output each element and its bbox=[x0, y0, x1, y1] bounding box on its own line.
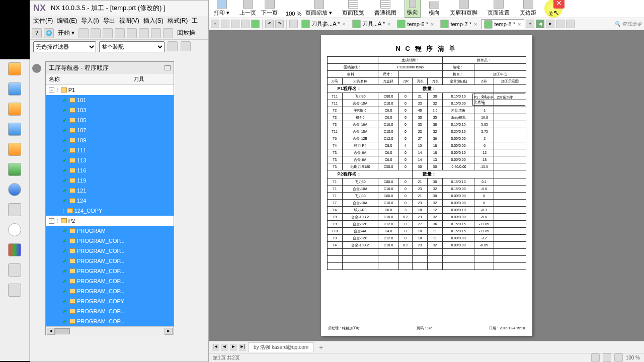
tab-close-icon[interactable]: × bbox=[473, 21, 478, 27]
close-preview-button[interactable]: ✕ ↖ 关 bbox=[544, 0, 562, 18]
doc-tab-4[interactable]: temp-7 *× bbox=[438, 19, 480, 29]
start-dropdown[interactable]: 开始 ▾ bbox=[56, 28, 76, 38]
playback-button[interactable]: 回放操 bbox=[175, 28, 197, 38]
nav-icon-history[interactable] bbox=[8, 223, 21, 236]
tree-row[interactable]: +✓PROGRAM_COP... bbox=[46, 256, 174, 266]
tb-icon-6[interactable] bbox=[127, 28, 137, 38]
qt-icon-3[interactable] bbox=[231, 20, 239, 28]
nav-icon-3[interactable] bbox=[8, 103, 21, 116]
prev-page-button[interactable]: 上一页 bbox=[237, 0, 258, 18]
header-footer-button[interactable]: 页眉和页脚 bbox=[448, 0, 479, 18]
margin-button[interactable]: 页边距 bbox=[518, 0, 538, 18]
tab-nav-right-icon[interactable]: ► bbox=[546, 20, 554, 28]
view-mode-icon-2[interactable] bbox=[603, 353, 611, 362]
gear-icon[interactable] bbox=[32, 64, 41, 73]
command-search[interactable]: 🔍 查找命令 bbox=[614, 21, 642, 28]
tree-row[interactable]: +✓PROGRAM_COP... bbox=[46, 316, 174, 326]
tree-row[interactable]: +✓PROGRAM bbox=[46, 226, 174, 236]
qt-icon-8[interactable] bbox=[289, 20, 298, 28]
filter-icon-1[interactable] bbox=[168, 41, 178, 51]
sheet-last-icon[interactable]: ►| bbox=[239, 344, 246, 351]
sheet-next-icon[interactable]: ► bbox=[230, 344, 237, 351]
tree-row[interactable]: +✓103 bbox=[46, 105, 174, 115]
menu-export[interactable]: 导出 bbox=[102, 16, 116, 27]
scroll-right-icon[interactable]: ► bbox=[165, 328, 173, 335]
page-preview-button[interactable]: 页面预览 bbox=[340, 0, 366, 18]
navigator-hscroll[interactable]: ◄ ► bbox=[46, 326, 174, 335]
doc-tab-1[interactable]: 刀具参...A *× bbox=[299, 19, 349, 29]
view-mode-icon-1[interactable] bbox=[591, 353, 600, 362]
nx-menubar[interactable]: 文件(F) 编辑(E) 导入(I) 导出 视图(V) 插入(S) 格式(R) 工 bbox=[30, 16, 208, 27]
tb-icon-8[interactable] bbox=[151, 28, 161, 38]
qt-icon-5[interactable] bbox=[251, 20, 260, 28]
qt-icon-12[interactable] bbox=[556, 20, 565, 28]
tree-row[interactable]: +✓107 bbox=[46, 125, 174, 135]
tree-row[interactable]: +✓121 bbox=[46, 186, 174, 196]
tree-row[interactable]: −!P1 bbox=[46, 85, 174, 95]
new-tab-icon[interactable]: + bbox=[526, 20, 534, 28]
globe-icon[interactable]: 🌐 bbox=[44, 28, 54, 38]
tree-row[interactable]: +✓PROGRAM_COP... bbox=[46, 246, 174, 256]
tree-row[interactable]: +!124_COPY bbox=[46, 206, 174, 216]
tree-row[interactable]: +✓PROGRAM_COP... bbox=[46, 306, 174, 316]
nav-icon-info[interactable] bbox=[8, 183, 21, 196]
nav-icon-1[interactable] bbox=[8, 62, 21, 75]
scroll-thumb[interactable] bbox=[55, 328, 70, 334]
tree-row[interactable]: +✓116 bbox=[46, 165, 174, 175]
tree-row[interactable]: +✓119 bbox=[46, 175, 174, 186]
menu-insert[interactable]: 插入(S) bbox=[142, 16, 165, 27]
tb-icon-9[interactable] bbox=[163, 28, 173, 38]
help-icon[interactable]: ? bbox=[32, 28, 42, 38]
tree-row[interactable]: +✓PROGRAM_COP... bbox=[46, 286, 174, 296]
menu-view[interactable]: 视图(V) bbox=[118, 16, 140, 27]
tree-row[interactable]: −!P2 bbox=[46, 216, 174, 226]
tab-nav-left-icon[interactable]: ◄ bbox=[536, 20, 544, 28]
qt-home-icon[interactable]: ⌂ bbox=[211, 20, 219, 28]
open-icon[interactable] bbox=[91, 28, 101, 38]
sheet-prev-icon[interactable]: ◄ bbox=[221, 344, 228, 351]
tb-icon-7[interactable] bbox=[139, 28, 149, 38]
close-icon[interactable]: ✕ bbox=[553, 0, 565, 9]
tree-row[interactable]: +✓101 bbox=[46, 95, 174, 105]
page-zoom-button[interactable]: 页面缩放 ▾ bbox=[303, 0, 334, 18]
tree-row[interactable]: +✓PROGRAM_COP... bbox=[46, 276, 174, 286]
menu-import[interactable]: 导入(I) bbox=[80, 16, 100, 27]
nav-icon-6[interactable] bbox=[8, 163, 21, 176]
selection-filter[interactable]: 无选择过滤器 bbox=[33, 41, 96, 52]
next-page-button[interactable]: 下一页 bbox=[259, 0, 280, 18]
doc-tab-5[interactable]: temp-8 *× bbox=[481, 19, 524, 29]
zoom-value[interactable]: 100 % bbox=[286, 11, 301, 18]
tree-row[interactable]: +✓124 bbox=[46, 196, 174, 206]
tree-row[interactable]: +✓PROGRAM_COPY bbox=[46, 296, 174, 306]
landscape-button[interactable]: 横向 bbox=[427, 1, 442, 18]
tree-row[interactable]: +✓109 bbox=[46, 135, 174, 145]
qt-icon-4[interactable] bbox=[241, 20, 250, 28]
nav-icon-8[interactable] bbox=[8, 203, 21, 216]
tree-row[interactable]: +✓105 bbox=[46, 115, 174, 125]
doc-tab-2[interactable]: 刀具...A *× bbox=[350, 19, 394, 29]
tree-row[interactable]: +✓PROGRAM_COP... bbox=[46, 236, 174, 246]
doc-tab-3[interactable]: temp-6 *× bbox=[395, 19, 437, 29]
menu-edit[interactable]: 编辑(E) bbox=[56, 16, 78, 27]
nav-icon-2[interactable] bbox=[8, 82, 21, 96]
nav-icon-5[interactable] bbox=[8, 143, 21, 156]
maximize-icon[interactable] bbox=[165, 65, 171, 70]
qt-print-icon[interactable] bbox=[221, 20, 229, 28]
print-preview-canvas[interactable]: N C 程 序 清 单 生成时间：操作员：图档路径：F:\2016\06\ te… bbox=[209, 30, 644, 341]
normal-view-button[interactable]: 普通视图 bbox=[372, 0, 398, 18]
sheet-tab-1[interactable]: by 浩强 kasard@qq.com bbox=[248, 342, 314, 352]
nav-icon-12[interactable] bbox=[8, 284, 21, 297]
scroll-left-icon[interactable]: ◄ bbox=[47, 328, 55, 335]
save-icon[interactable] bbox=[103, 28, 113, 38]
navigator-tree[interactable]: −!P1+✓101+✓103+✓105+✓107+✓109+✓111+✓113+… bbox=[46, 85, 174, 326]
col-tool[interactable]: 刀具 bbox=[130, 74, 171, 84]
undo-icon[interactable]: ↶ bbox=[265, 20, 274, 28]
view-mode-icon-3[interactable] bbox=[614, 353, 623, 362]
nav-icon-10[interactable] bbox=[8, 243, 21, 256]
page-setup-button[interactable]: 页面设置 bbox=[486, 0, 512, 18]
menu-tool[interactable]: 工 bbox=[191, 16, 199, 27]
menu-format[interactable]: 格式(R) bbox=[167, 16, 189, 27]
assembly-filter[interactable]: 整个装配 bbox=[99, 41, 165, 52]
tab-close-icon[interactable]: × bbox=[517, 21, 522, 27]
filter-icon-2[interactable] bbox=[181, 41, 191, 51]
